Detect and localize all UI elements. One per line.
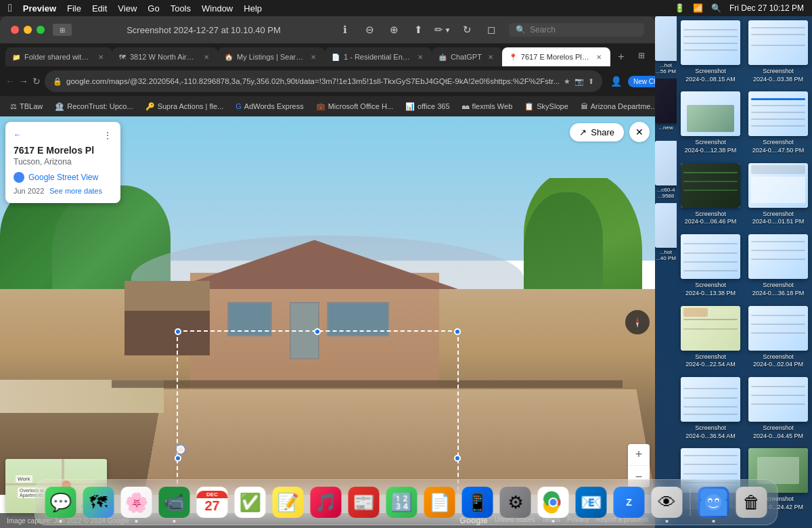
bookmark-label: flexmls Web <box>472 102 513 110</box>
reload-button[interactable]: ↻ <box>32 72 41 91</box>
apple-menu[interactable]:  <box>8 2 12 14</box>
bookmark-skyslope[interactable]: 📋 SkySlope <box>520 100 572 113</box>
menu-window[interactable]: Window <box>202 3 233 14</box>
screenshot-thumb-3[interactable]: Screenshot 2024-0....47.50 PM <box>744 87 812 158</box>
dock-maps[interactable]: 🗺 <box>81 485 116 520</box>
tab-close-icon[interactable]: ✕ <box>415 52 425 62</box>
dock-messages[interactable]: 💬 <box>43 485 78 520</box>
screenshot-thumb-9[interactable]: Screenshot 2024-0...02.04 PM <box>744 302 812 373</box>
tab-close-icon[interactable]: ✕ <box>309 52 318 62</box>
screenshot-thumb-0[interactable]: Screenshot 2024-0...08.15 AM <box>677 16 744 87</box>
partial-thumb-1[interactable]: ...hot...56 PM <box>655 16 677 76</box>
screenshot-thumb-6[interactable]: Screenshot 2024-0...13.38 PM <box>677 230 744 301</box>
bookmark-microsoft[interactable]: 💼 Microsoft Office H... <box>311 100 398 113</box>
dock-numbers[interactable]: 🔢 <box>384 485 420 520</box>
share-page-icon[interactable]: ⬆ <box>588 77 594 86</box>
dock-preview[interactable]: 👁 <box>650 485 685 520</box>
maps-compass[interactable] <box>625 310 650 334</box>
dock-reminders[interactable]: ✅ <box>233 485 268 520</box>
markup-icon[interactable]: ✏ ▼ <box>433 20 452 39</box>
screenshot-thumb-5[interactable]: Screenshot 2024-0....01.51 PM <box>744 159 812 230</box>
menu-preview[interactable]: Preview <box>23 3 56 14</box>
dock-calendar[interactable]: DEC 27 <box>195 485 230 520</box>
address-bar[interactable]: 🔒 google.com/maps/@32.2020564,-110.82968… <box>45 70 602 92</box>
share-icon[interactable]: ⬆ <box>409 20 428 39</box>
minimize-button[interactable] <box>24 26 32 34</box>
close-button[interactable] <box>11 26 19 34</box>
dock-facetime[interactable]: 📹 <box>157 485 192 520</box>
crop-icon[interactable]: ◻ <box>482 20 501 39</box>
zoom-in-icon[interactable]: ⊕ <box>384 20 403 39</box>
tab-close-icon[interactable]: ✕ <box>486 52 495 62</box>
tab-chatgpt[interactable]: 🤖 ChatGPT ✕ <box>432 47 502 66</box>
profile-icon[interactable]: 👤 <box>606 72 625 91</box>
screenshot-thumb-1[interactable]: Screenshot 2024-0...03.38 PM <box>744 16 812 87</box>
menu-edit[interactable]: Edit <box>92 3 107 14</box>
bookmark-supra[interactable]: 🔑 Supra Actions | fle... <box>141 100 229 113</box>
dock-pages[interactable]: 📄 <box>422 485 457 520</box>
new-tab-button[interactable]: + <box>613 49 629 65</box>
bookmark-office365[interactable]: 📊 office 365 <box>401 100 455 113</box>
menu-view[interactable]: View <box>118 3 137 14</box>
tab-close-icon[interactable]: ✕ <box>594 52 604 62</box>
search-icon[interactable]: 🔍 <box>711 3 721 13</box>
dock-appstore[interactable]: 📱 <box>460 485 495 520</box>
maps-back-button[interactable]: ← <box>14 130 112 139</box>
maps-see-more-link[interactable]: See more dates <box>49 187 102 195</box>
zoom-out-icon[interactable]: ⊖ <box>360 20 379 39</box>
dock-news[interactable]: 📰 <box>346 485 382 520</box>
bookmark-arizona[interactable]: 🏛 Arizona Departme... <box>576 100 655 112</box>
screenshot-thumb-7[interactable]: Screenshot 2024-0....36.18 PM <box>744 230 812 301</box>
dock-chrome[interactable] <box>536 485 571 520</box>
maximize-button[interactable] <box>37 26 45 34</box>
maps-street-view-link[interactable]: Google Street View <box>14 172 112 183</box>
tab-residential[interactable]: 📄 1 - Residential Enhance... ✕ <box>325 47 432 66</box>
dock-finder[interactable] <box>696 485 731 520</box>
maps-close-button[interactable]: ✕ <box>629 122 650 142</box>
tab-search-icon[interactable]: ⊞ <box>633 47 650 64</box>
chrome-tabbar: 📁 Folder shared with you... ✕ 🗺 3812 W N… <box>0 43 655 66</box>
tab-folder-shared[interactable]: 📁 Folder shared with you... ✕ <box>5 47 112 66</box>
dock-outlook[interactable]: 📧 <box>574 485 609 520</box>
dock-notes[interactable]: 📝 <box>271 485 306 520</box>
rotate-icon[interactable]: ↻ <box>457 20 476 39</box>
screenshot-thumb-10[interactable]: Screenshot 2024-0...36.54 AM <box>677 373 744 444</box>
partial-thumb-4[interactable]: ...hot...40 PM <box>655 203 677 263</box>
menu-go[interactable]: Go <box>148 3 159 14</box>
info-icon[interactable]: ℹ <box>336 20 355 39</box>
forward-button[interactable]: → <box>19 72 28 91</box>
dock-photos[interactable]: 🌸 <box>119 485 154 520</box>
dock-trash[interactable]: 🗑 <box>734 485 769 520</box>
bookmark-tblaw[interactable]: ⚖ TBLaw <box>5 100 47 113</box>
bookmark-favicon: 🏦 <box>55 102 64 111</box>
tab-morelos[interactable]: 📍 7617 E Morelos Pl - Goo... ✕ <box>502 47 610 66</box>
bookmark-recontrust[interactable]: 🏦 ReconTrust: Upco... <box>50 100 137 113</box>
menu-help[interactable]: Help <box>244 3 262 14</box>
screenshot-thumb-2[interactable]: Screenshot 2024-0....12.38 PM <box>677 87 744 158</box>
menu-tools[interactable]: Tools <box>171 3 191 14</box>
window-mode-button[interactable]: ⊞ <box>53 24 72 36</box>
search-bar[interactable]: 🔍 Search <box>509 23 644 37</box>
maps-share-button[interactable]: ↗ Share <box>570 123 624 141</box>
screenshot-thumb-4[interactable]: Screenshot 2024-0....06.46 PM <box>677 159 744 230</box>
new-chrome-button[interactable]: New Chrome available <box>628 76 655 87</box>
menu-file[interactable]: File <box>67 3 81 14</box>
tab-north-aire[interactable]: 🗺 3812 W North Aire - Goo... ✕ <box>112 47 218 66</box>
screenshot-thumb-11[interactable]: Screenshot 2024-0...04.45 PM <box>744 373 812 444</box>
dock-system-prefs[interactable]: ⚙ <box>498 485 533 520</box>
tab-close-icon[interactable]: ✕ <box>202 52 211 62</box>
dock-zoom[interactable]: Z <box>612 485 647 520</box>
bookmark-adwords[interactable]: G AdWords Express <box>231 100 308 112</box>
back-button[interactable]: ← <box>5 72 15 91</box>
screenshot-icon[interactable]: 📷 <box>574 77 584 86</box>
partial-thumb-2[interactable]: ...new <box>655 79 677 138</box>
bookmark-star-icon[interactable]: ★ <box>564 77 570 86</box>
bookmark-flexmls[interactable]: 🏘 flexmls Web <box>457 100 518 112</box>
screenshot-thumb-8[interactable]: Screenshot 2024-0...22.54 AM <box>677 302 744 373</box>
maps-more-button[interactable]: ⋮ <box>103 130 112 141</box>
tab-close-icon[interactable]: ✕ <box>96 52 106 62</box>
dock-music[interactable]: 🎵 <box>309 485 344 520</box>
zoom-in-button[interactable]: + <box>628 444 650 466</box>
tab-my-listings[interactable]: 🏠 My Listings | Search Re... ✕ <box>218 47 325 66</box>
partial-thumb-3[interactable]: ...c60-4...9588 <box>655 141 677 200</box>
